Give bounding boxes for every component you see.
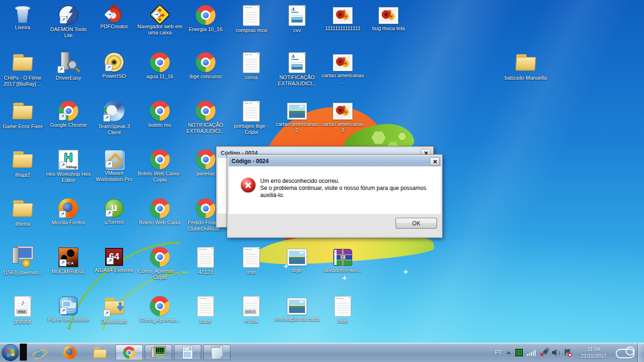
start-button[interactable]: [2, 344, 19, 361]
cloud-icon[interactable]: [616, 346, 636, 359]
desktop-icon[interactable]: ↗DriverEasy: [46, 51, 91, 81]
taskbar-explorer-icon[interactable]: [91, 345, 108, 360]
chrome-icon: [150, 198, 170, 218]
taskbar: e 0 PT 11:04 21/11/2017: [0, 343, 644, 362]
taskbar-button-notepad[interactable]: [203, 345, 231, 360]
desktop-icon[interactable]: portuges ibge - Cópia: [229, 99, 274, 135]
desktop-icon[interactable]: Como_Aprende... -Cópia: [137, 246, 182, 280]
folder-icon: [93, 347, 107, 358]
hidden-icons-arrow-icon[interactable]: [506, 351, 511, 354]
desktop-icon[interactable]: ↗VMware Workstation Pro: [91, 148, 137, 182]
desktop-icon[interactable]: Lixeira: [0, 4, 45, 31]
desktop-icon[interactable]: ↗Google Chrome: [46, 99, 91, 128]
desktop-icon[interactable]: cartao americanas 3: [320, 99, 365, 133]
desktop-icon-label: cvv: [274, 27, 320, 33]
desktop-icon[interactable]: intel↗Painel de controle ...: [46, 295, 91, 329]
desktop-icon[interactable]: cartao americanas ...: [320, 51, 365, 85]
shortcut-arrow-icon: ↗: [59, 259, 66, 266]
notepad-icon: [211, 345, 223, 359]
taskbar-firefox-icon[interactable]: [61, 345, 78, 360]
desktop-icon[interactable]: HhShop↗Hex Workshop Hex Editor: [46, 148, 91, 183]
volume-icon[interactable]: [552, 349, 560, 356]
calculator-display: 0: [190, 347, 191, 350]
desktop-icon[interactable]: ♪WMAgfgfgfgf: [0, 295, 45, 324]
chrome-icon: [196, 149, 215, 169]
shortcut-arrow-icon: ↗: [151, 9, 161, 19]
taskbar-internet-explorer-icon[interactable]: e: [30, 345, 47, 360]
imgflower-icon: [333, 54, 353, 71]
desktop-icon-label: CHiPs - O Filme 2017 [BluRay] ...: [0, 75, 45, 87]
desktop-icon[interactable]: UCA↗MUCABRASIL: [46, 246, 91, 275]
desktop-icon-label: AIDA64 Extreme: [91, 267, 137, 273]
desktop-icon[interactable]: 64↗AIDA64 Extreme: [91, 246, 137, 273]
desktop-icon[interactable]: ↗PDFCreator: [91, 4, 137, 30]
power-plug-error-icon[interactable]: [540, 349, 548, 356]
clock[interactable]: 11:04 21/11/2017: [576, 346, 611, 359]
desktop-icon-label: 11563_daemon...: [0, 270, 45, 276]
desktop-icon[interactable]: ↗Downloads: [91, 295, 137, 325]
desktop-icon[interactable]: ↗Mozilla Firefox: [46, 197, 91, 226]
desktop-icon-label: Energia 10_16: [183, 26, 228, 33]
desktop-icon[interactable]: compras mca: [229, 4, 274, 33]
desktop-icon[interactable]: renovação da carta: [274, 295, 320, 322]
desktop-icon-label: ativadores-win...: [320, 267, 365, 273]
wma-icon: ♪WMA: [14, 296, 31, 317]
desktop-icon[interactable]: agua 11_16: [137, 51, 182, 80]
desktop-icon[interactable]: 11111111111111: [320, 4, 365, 32]
desktop-icon[interactable]: boleto mu: [137, 99, 182, 128]
desktop-icon[interactable]: Boleto Web Caixa - Cópia: [137, 148, 182, 183]
desktop-icon[interactable]: corsa: [229, 51, 274, 81]
action-center-flag-icon[interactable]: [564, 349, 571, 356]
desktop-icon[interactable]: NOTIFICAÇÃO EXTRAJUDICI...: [183, 99, 228, 134]
show-desktop-button[interactable]: [637, 343, 644, 362]
ok-button[interactable]: OK: [396, 218, 437, 229]
desktop-icon[interactable]: ilhinha: [0, 197, 45, 227]
installer-icon: [11, 246, 34, 268]
desktop-icon[interactable]: ibge concurso: [183, 51, 228, 80]
desktop-icon[interactable]: 11563_daemon...: [0, 246, 45, 276]
close-icon[interactable]: [430, 157, 439, 165]
dialog-body: Um erro desconhecido ocorreu. Se o probl…: [229, 166, 441, 214]
desktop-icon[interactable]: Boleto Web Caixa: [137, 197, 182, 226]
desktop-icon[interactable]: Energia 10_16: [183, 4, 228, 33]
intel-icon: intel↗: [59, 296, 78, 315]
desktop-icon[interactable]: Acvv: [274, 4, 320, 33]
desktop-icon[interactable]: baus: [183, 295, 228, 324]
desktop-icon-label: Como_Aprende...: [137, 317, 182, 323]
winrar-icon: [333, 249, 352, 266]
desktop-icon-label: batizado Manuella: [503, 75, 548, 81]
imgflower-icon: [379, 7, 398, 24]
desktop-icon[interactable]: ANOTIFICAÇÃO EXTRAJUDICI...: [274, 51, 320, 87]
desktop-icon[interactable]: Como_Aprende...: [137, 295, 182, 323]
desktop-icon[interactable]: ↗Navegador web em uma caixa: [137, 4, 182, 36]
desktop-icon[interactable]: bug muca tela: [366, 4, 411, 32]
pdf-icon: ↗: [103, 4, 124, 25]
desktop-icon-label: Game Error Fixer: [0, 123, 45, 130]
chrome-icon: [123, 346, 135, 359]
desktop-icon[interactable]: ↗DAEMON Tools Lite: [46, 4, 91, 39]
desktop-icon[interactable]: ↗TeamSpeak 3 Client: [91, 99, 137, 136]
language-indicator[interactable]: PT: [495, 349, 502, 356]
desktop-icon[interactable]: DOCXcv stk: [229, 295, 274, 324]
desktop-icon[interactable]: Game Error Fixer: [0, 99, 45, 130]
doc-icon: [243, 5, 260, 26]
desktop-icon[interactable]: unfo: [229, 246, 274, 275]
desktop-icon[interactable]: batizado Manuella: [503, 51, 548, 81]
taskbar-button-chrome[interactable]: [116, 345, 143, 360]
dialog-titlebar[interactable]: Código - 0024: [229, 156, 441, 166]
desktop-icon[interactable]: 43123: [183, 246, 228, 275]
taskbar-button-calculator[interactable]: 0: [174, 345, 201, 360]
desktop-icon[interactable]: ilhapt2: [0, 148, 45, 178]
desktop-icon[interactable]: CHiPs - O Filme 2017 [BluRay] ...: [0, 51, 45, 87]
shortcut-arrow-icon: ↗: [106, 161, 113, 168]
desktop-icon[interactable]: ibge: [274, 246, 320, 273]
desktop-icon[interactable]: ativadores-win...: [320, 246, 365, 273]
desktop-icon[interactable]: cartao americanas 2: [274, 99, 320, 133]
desktop-icon[interactable]: ↗PowerISO: [91, 51, 137, 79]
desktop-icon[interactable]: µ↗µTorrent: [91, 197, 137, 225]
desktop-icon-label: ilhinha: [0, 221, 45, 227]
taskbar-button-system-monitor[interactable]: [145, 345, 172, 360]
green-grid-tray-icon[interactable]: [515, 349, 523, 356]
desktop-icon[interactable]: ratio: [320, 295, 365, 324]
network-signal-icon[interactable]: [527, 350, 536, 356]
